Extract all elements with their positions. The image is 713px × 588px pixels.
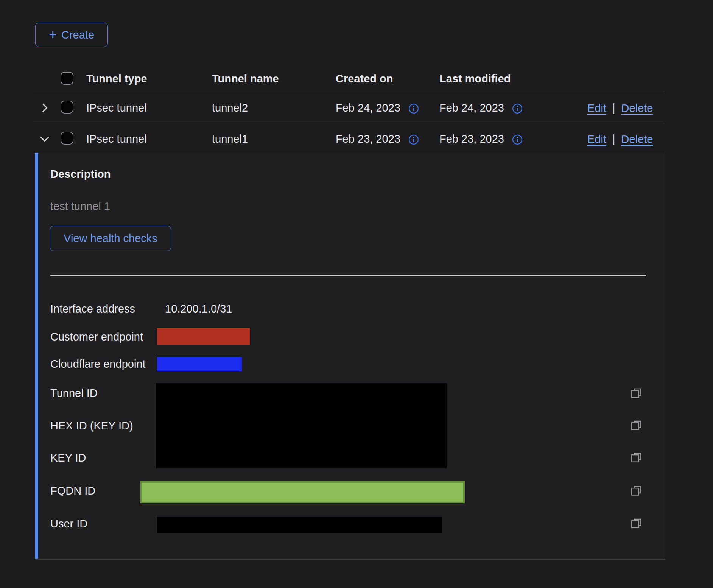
copy-fqdn-id-icon[interactable] xyxy=(630,485,643,498)
column-header-tunnel-type: Tunnel type xyxy=(86,73,147,85)
plus-icon: + xyxy=(49,29,57,40)
user-id-redaction xyxy=(157,517,442,533)
tunnel-name-cell: tunnel1 xyxy=(212,133,248,145)
create-button-label: Create xyxy=(61,29,94,41)
created-on-cell: Feb 24, 2023 xyxy=(336,102,400,114)
tunnel-hex-key-id-redaction xyxy=(156,383,447,468)
copy-tunnel-id-icon[interactable] xyxy=(630,387,643,400)
modified-info-icon[interactable] xyxy=(512,103,523,114)
last-modified-cell: Feb 23, 2023 xyxy=(439,133,504,145)
last-modified-cell: Feb 24, 2023 xyxy=(439,102,504,114)
view-health-checks-button[interactable]: View health checks xyxy=(50,226,171,251)
field-label-customer-endpoint: Customer endpoint xyxy=(50,331,143,343)
collapse-chevron-down-icon[interactable] xyxy=(38,132,51,145)
field-label-hex-id: HEX ID (KEY ID) xyxy=(50,420,133,432)
field-label-tunnel-id: Tunnel ID xyxy=(50,387,98,399)
view-health-checks-label: View health checks xyxy=(64,232,157,245)
delete-link[interactable]: Delete xyxy=(621,102,653,114)
tunnel-type-cell: IPsec tunnel xyxy=(86,102,147,114)
expand-chevron-right-icon[interactable] xyxy=(38,101,51,114)
copy-user-id-icon[interactable] xyxy=(630,517,643,530)
fqdn-id-redaction xyxy=(140,481,465,503)
field-value-interface-address: 10.200.1.0/31 xyxy=(165,303,232,315)
created-on-cell: Feb 23, 2023 xyxy=(336,133,400,145)
delete-link[interactable]: Delete xyxy=(621,133,653,145)
customer-endpoint-redaction xyxy=(157,328,250,345)
edit-link[interactable]: Edit xyxy=(587,102,606,114)
row-divider xyxy=(33,123,665,123)
modified-info-icon[interactable] xyxy=(512,134,523,145)
row-checkbox[interactable] xyxy=(61,132,73,145)
expanded-row-accent-bar xyxy=(35,153,38,559)
copy-key-id-icon[interactable] xyxy=(630,451,643,464)
field-label-key-id: KEY ID xyxy=(50,452,86,464)
tunnel-type-cell: IPsec tunnel xyxy=(86,133,147,145)
tunnel-name-cell: tunnel2 xyxy=(212,102,248,114)
column-header-last-modified: Last modified xyxy=(439,73,511,85)
expanded-row-bottom-divider xyxy=(35,559,665,560)
field-label-fqdn-id: FQDN ID xyxy=(50,485,95,497)
description-label: Description xyxy=(50,168,111,180)
link-separator: | xyxy=(612,133,615,145)
description-value: test tunnel 1 xyxy=(50,200,110,212)
column-header-tunnel-name: Tunnel name xyxy=(212,73,279,85)
field-label-cloudflare-endpoint: Cloudflare endpoint xyxy=(50,358,146,370)
row-checkbox[interactable] xyxy=(61,101,73,114)
created-info-icon[interactable] xyxy=(408,103,419,114)
copy-hex-id-icon[interactable] xyxy=(630,419,643,432)
panel-divider xyxy=(50,275,646,276)
header-divider xyxy=(33,92,665,92)
create-button[interactable]: + Create xyxy=(35,23,108,47)
created-info-icon[interactable] xyxy=(408,134,419,145)
link-separator: | xyxy=(612,102,615,114)
column-header-created-on: Created on xyxy=(336,73,393,85)
cloudflare-endpoint-redaction xyxy=(157,357,242,371)
select-all-checkbox[interactable] xyxy=(61,72,73,85)
field-label-user-id: User ID xyxy=(50,518,87,530)
edit-link[interactable]: Edit xyxy=(587,133,606,145)
field-label-interface-address: Interface address xyxy=(50,303,135,315)
